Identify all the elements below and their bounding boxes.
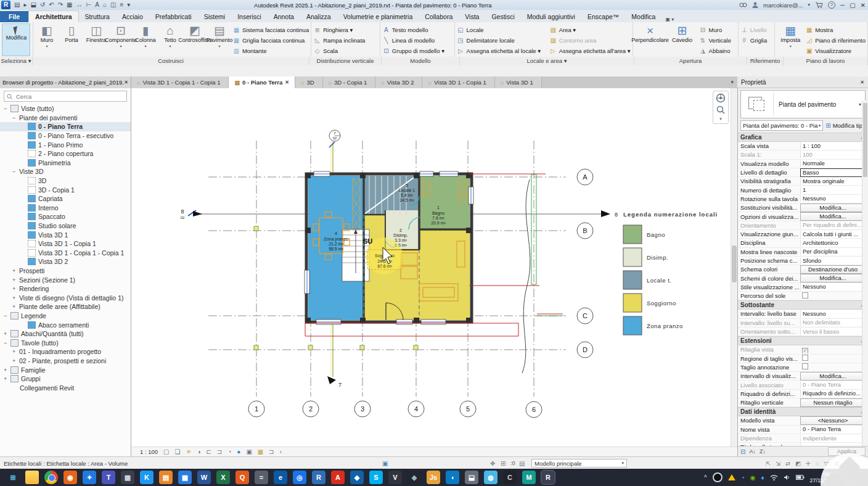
property-group-estensioni[interactable]: Estensioni∧∧ <box>738 336 868 345</box>
browser-close-icon[interactable]: ✕ <box>124 80 128 85</box>
grid-bubbles-columns[interactable]: 1 2 3 4 5 6 <box>248 401 542 418</box>
select-links-icon[interactable]: ⇱ <box>766 460 771 467</box>
tree-expander[interactable]: − <box>12 115 19 121</box>
ribbon-tab[interactable]: Annota <box>268 11 300 22</box>
taskbar-app-icon[interactable]: T <box>102 471 115 484</box>
ribbon-tab[interactable]: Moduli aggiuntivi <box>521 11 581 22</box>
ribbon-tab[interactable]: Collabora <box>419 11 459 22</box>
qat-icon[interactable]: ⊢ <box>86 1 92 9</box>
tree-expander[interactable]: + <box>4 367 10 373</box>
select-by-face-icon[interactable]: ◩ <box>795 460 801 467</box>
instance-selector[interactable]: Pianta del pavimento: 0 - Pia▾ <box>740 120 823 131</box>
browser-tree-item[interactable]: 2 - Piano copertura <box>0 149 131 159</box>
sort-ascending-icon[interactable]: A↓ <box>749 448 756 455</box>
taskbar-app-icon[interactable]: ⊞ <box>6 471 20 484</box>
browser-tree-item[interactable]: + Sezioni (Sezione 1) <box>0 275 131 284</box>
qat-icon[interactable]: ↶ <box>49 1 54 9</box>
taskbar-app-icon[interactable]: ◉ <box>63 471 77 484</box>
ribbon-tab[interactable]: Volumetrie e planimetria <box>337 11 419 22</box>
close-button[interactable]: ✕ <box>861 2 866 9</box>
ribbon-big-button[interactable]: × Perpendicolare <box>635 23 666 44</box>
drive-tray-icon[interactable] <box>728 474 735 480</box>
taskbar-app-icon[interactable]: ▦ <box>178 471 192 484</box>
ribbon-big-button[interactable]: ⊡ Componente▾ <box>109 23 133 49</box>
ribbon-big-button[interactable]: ⌂ Tetto▾ <box>158 23 182 49</box>
taskbar-app-icon[interactable]: S <box>369 471 383 484</box>
browser-tree-item[interactable]: + Prospetti <box>0 266 131 276</box>
tree-expander[interactable]: − <box>4 105 10 112</box>
browser-tree-item[interactable]: − Piante dei pavimenti <box>0 113 131 123</box>
ribbon-small-button[interactable]: ⇅ Verticale <box>699 35 731 45</box>
volume-icon[interactable] <box>784 474 790 480</box>
ribbon-big-button[interactable]: ⊞ Cavedio <box>667 23 698 44</box>
qat-icon[interactable]: ⬓ <box>30 1 36 9</box>
properties-close-icon[interactable]: ✕ <box>860 80 864 85</box>
browser-tree-item[interactable]: − Viste 3D <box>0 167 131 176</box>
tray-expand-icon[interactable]: ^ <box>704 474 707 481</box>
ribbon-small-button[interactable]: A Testo modello <box>382 25 444 35</box>
taskbar-app-icon[interactable]: X <box>216 471 230 484</box>
ribbon-small-button[interactable]: ⊡ Gruppo di modello ▾ <box>382 46 444 56</box>
taskbar-app-icon[interactable]: C <box>503 471 517 484</box>
browser-tree-item[interactable]: Vista 3D 2 <box>0 257 131 266</box>
tree-expander[interactable]: + <box>12 286 19 292</box>
browser-tree-item[interactable]: + 02 - Piante, prospetti e sezioni <box>0 356 131 366</box>
qat-icon[interactable]: ↔ <box>76 1 83 9</box>
properties-header[interactable]: Proprietà ✕ <box>737 76 868 88</box>
ribbon-small-button[interactable]: ▥ Montante <box>232 46 309 56</box>
view-tab[interactable]: ⌂ Vista 3D 1 - Copia 1 - Copia 1 <box>131 76 229 88</box>
browser-tree-item[interactable]: − Legende <box>0 311 131 321</box>
ribbon-small-button[interactable]: ◮ Abbaino <box>699 46 731 56</box>
active-workset-select[interactable]: Modello principale▾ <box>531 459 627 467</box>
ribbon-small-button[interactable]: ⊟ Muro <box>699 25 731 35</box>
view-tab[interactable]: ▤ 0 - Piano Terra ✕ <box>229 76 295 88</box>
ribbon-small-button[interactable]: # Griglia <box>740 35 767 45</box>
constraints-icon[interactable]: ‹ <box>280 448 282 455</box>
wifi-icon[interactable] <box>770 474 778 480</box>
locale-area-label[interactable]: Locale e area ▾ <box>460 57 634 65</box>
qat-icon[interactable]: ▦ <box>67 1 72 9</box>
browser-tree-item[interactable]: Planimetria <box>0 159 131 168</box>
worksharing-status-icon[interactable]: ▣ <box>382 460 388 467</box>
view-tab[interactable]: ⌂ 3D <box>295 76 323 88</box>
ribbon-tab[interactable]: Struttura <box>79 11 116 22</box>
taskbar-app-icon[interactable]: A <box>331 471 345 484</box>
taskbar-app-icon[interactable]: = <box>255 471 268 484</box>
modify-button[interactable]: Modifica <box>2 23 30 56</box>
ribbon-big-button[interactable]: ▮ Colonna▾ <box>134 23 157 49</box>
qat-icon[interactable]: ▾ <box>127 1 130 9</box>
project-browser-header[interactable]: Browser di progetto - Abitazione_2 piani… <box>0 76 131 88</box>
qat-icon[interactable]: ▤ <box>14 1 20 9</box>
help-icon[interactable]: ? <box>828 1 835 9</box>
ribbon-small-button[interactable]: ◱ Locale <box>457 25 548 35</box>
worksharing-display-icon[interactable]: ▣ <box>246 448 252 455</box>
property-group-sottostante[interactable]: Sottostante∧∧ <box>738 300 868 310</box>
browser-tree-item[interactable]: + Rendering <box>0 284 131 294</box>
browser-tree-item[interactable]: Vista 3D 1 - Copia 1 <box>0 239 131 249</box>
browser-tree-item[interactable]: Spaccato <box>0 212 131 221</box>
search-icon[interactable] <box>739 2 747 8</box>
taskbar-app-icon[interactable]: V <box>388 471 402 484</box>
browser-tree-item[interactable]: + Abachi/Quantità (tutti) <box>0 329 131 339</box>
ribbon-big-button[interactable]: ▯ Porta <box>60 23 83 44</box>
browser-tree-item[interactable]: Vista 3D 1 - Copia 1 - Copia 1 <box>0 249 131 258</box>
tree-expander[interactable]: + <box>12 295 19 301</box>
navigation-bar[interactable]: ▾ <box>713 91 729 124</box>
browser-tree-item[interactable]: Capriata <box>0 194 131 204</box>
tree-expander[interactable]: − <box>4 313 10 319</box>
show-crop-icon[interactable]: ⊐ <box>217 448 222 455</box>
browser-search-box[interactable] <box>4 91 127 102</box>
qat-icon[interactable]: ⌂ <box>103 1 107 9</box>
taskbar-app-icon[interactable]: K <box>140 471 154 484</box>
temporary-view-icon[interactable]: ▦ <box>258 448 263 455</box>
ribbon-small-button[interactable]: ◿ Piano di riferimento <box>805 35 866 45</box>
ribbon-big-button[interactable]: ▤ Pavimento▾ <box>208 23 231 49</box>
ribbon-tab[interactable]: Sistemi <box>198 11 231 22</box>
taskbar-app-icon[interactable]: e <box>274 471 287 484</box>
browser-tree-item[interactable]: + Famiglie <box>0 365 131 374</box>
tree-expander[interactable]: + <box>4 331 10 337</box>
ribbon-tab[interactable]: Acciaio <box>116 11 149 22</box>
properties-scrollbar[interactable] <box>862 101 868 446</box>
visual-style-icon[interactable]: ▢ <box>163 448 169 455</box>
zoom-icon[interactable] <box>716 105 725 114</box>
